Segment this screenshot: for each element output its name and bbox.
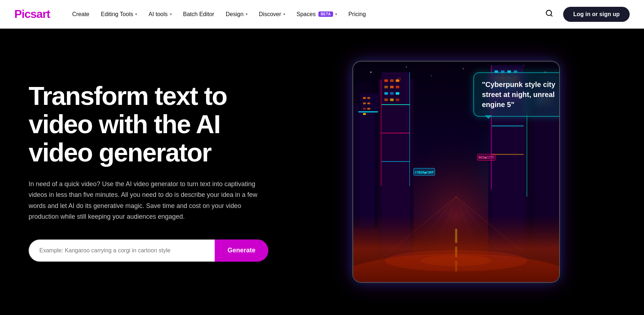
svg-rect-88 (381, 79, 381, 186)
nav-label-batch-editor: Batch Editor (183, 11, 214, 18)
svg-rect-36 (381, 104, 410, 105)
search-button[interactable] (542, 6, 556, 22)
svg-rect-16 (367, 102, 370, 104)
chevron-down-icon: ▾ (283, 12, 285, 16)
svg-rect-18 (367, 108, 370, 110)
chevron-down-icon: ▾ (335, 12, 337, 16)
nav-label-ai-tools: AI tools (148, 11, 167, 18)
nav-item-batch-editor[interactable]: Batch Editor (179, 8, 219, 20)
svg-rect-28 (390, 86, 394, 88)
nav-right: Log in or sign up (542, 6, 630, 22)
nav-label-discover: Discover (259, 11, 281, 18)
svg-rect-55 (492, 154, 523, 155)
hero-section: Transform text to video with the AI vide… (0, 29, 644, 315)
svg-rect-30 (384, 92, 388, 94)
speech-bubble-text: "Cyberpunk style city street at night, u… (482, 81, 555, 108)
speech-bubble: "Cyberpunk style city street at night, u… (473, 72, 560, 117)
nav-label-create: Create (72, 11, 89, 18)
nav-item-pricing[interactable]: Pricing (344, 8, 370, 20)
ai-image-card: CYBER●CORP NEO●CITY (352, 61, 560, 283)
hero-right: CYBER●CORP NEO●CITY (297, 29, 615, 315)
nav-item-editing-tools[interactable]: Editing Tools ▾ (97, 8, 141, 20)
svg-point-81 (370, 72, 372, 73)
logo-text: Picsart (14, 8, 50, 20)
svg-rect-29 (396, 86, 399, 88)
svg-rect-33 (384, 98, 388, 101)
logo[interactable]: Picsart (14, 8, 50, 21)
nav-item-discover[interactable]: Discover ▾ (255, 8, 289, 20)
hero-input-row: Generate (29, 239, 275, 262)
nav-links: Create Editing Tools ▾ AI tools ▾ Batch … (68, 8, 543, 20)
svg-rect-19 (363, 113, 366, 115)
svg-point-84 (463, 68, 464, 69)
hero-left: Transform text to video with the AI vide… (29, 82, 297, 262)
svg-rect-24 (384, 79, 388, 82)
svg-rect-31 (390, 92, 394, 94)
search-icon (545, 9, 553, 17)
svg-line-1 (551, 15, 552, 16)
svg-text:NEO●CITY: NEO●CITY (479, 156, 494, 159)
nav-item-ai-tools[interactable]: AI tools ▾ (144, 8, 176, 20)
chevron-down-icon: ▾ (246, 12, 248, 16)
svg-rect-32 (396, 92, 399, 94)
nav-label-design: Design (226, 11, 244, 18)
prompt-input[interactable] (29, 239, 215, 262)
svg-point-86 (523, 65, 524, 66)
nav-item-spaces[interactable]: Spaces BETA ▾ (292, 8, 341, 20)
svg-rect-34 (390, 98, 394, 101)
generate-button[interactable]: Generate (215, 239, 268, 262)
hero-description: In need of a quick video? Use the AI vid… (29, 179, 272, 222)
svg-rect-25 (390, 79, 394, 82)
chevron-down-icon: ▾ (135, 12, 137, 16)
nav-item-create[interactable]: Create (68, 8, 94, 20)
svg-point-83 (431, 76, 431, 76)
chevron-down-icon: ▾ (170, 12, 172, 16)
beta-badge: BETA (318, 11, 333, 17)
nav-label-spaces: Spaces (297, 11, 316, 18)
svg-rect-14 (367, 97, 370, 99)
login-button[interactable]: Log in or sign up (563, 7, 630, 22)
svg-text:CYBER●CORP: CYBER●CORP (415, 171, 434, 174)
nav-item-design[interactable]: Design ▾ (221, 8, 252, 20)
svg-point-82 (406, 66, 407, 67)
nav-label-pricing: Pricing (348, 11, 366, 18)
svg-rect-73 (455, 229, 457, 243)
svg-rect-54 (492, 126, 523, 126)
svg-rect-15 (363, 102, 366, 104)
svg-rect-35 (396, 98, 399, 101)
svg-rect-38 (381, 161, 410, 162)
navbar: Picsart Create Editing Tools ▾ AI tools … (0, 0, 644, 29)
hero-title: Transform text to video with the AI vide… (29, 82, 275, 167)
nav-label-editing-tools: Editing Tools (101, 11, 133, 18)
svg-rect-37 (381, 133, 410, 134)
svg-rect-27 (384, 86, 388, 88)
svg-rect-17 (363, 108, 366, 110)
svg-rect-89 (409, 72, 410, 186)
svg-rect-13 (363, 97, 366, 99)
